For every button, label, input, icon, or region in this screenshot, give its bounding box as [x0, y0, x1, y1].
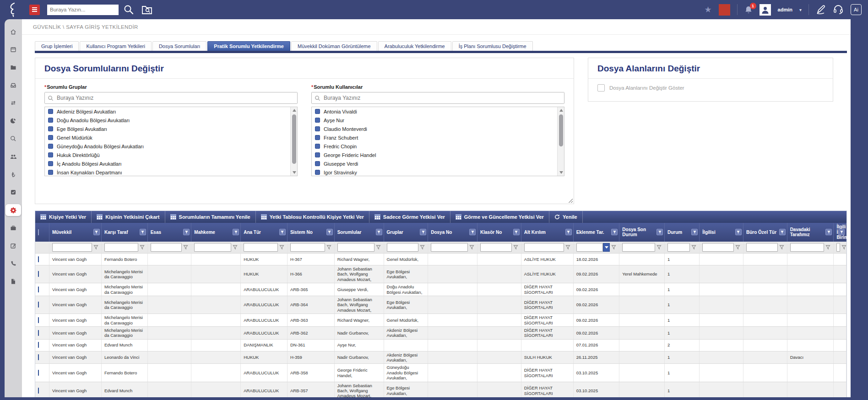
sidebar-item-inbox[interactable] [6, 79, 20, 91]
column-header[interactable]: İlgilisi [700, 223, 743, 242]
table-row[interactable]: Vincent van GoghFernando BoteroHUKUKH-36… [35, 254, 846, 265]
item-checkbox[interactable] [315, 118, 320, 123]
folder-search-icon[interactable] [141, 5, 152, 15]
funnel-icon[interactable] [735, 245, 740, 250]
column-filter-input[interactable] [836, 243, 840, 252]
list-item[interactable]: Akdeniz Bölgesi Avukatları [45, 107, 290, 116]
column-header[interactable]: Durum [665, 223, 700, 242]
list-item[interactable]: Doğu Anadolu Bölgesi Avukatları [45, 116, 290, 124]
row-checkbox[interactable] [38, 342, 39, 348]
star-icon[interactable]: ★ [704, 5, 711, 15]
list-item[interactable]: Fredric Chopin [312, 142, 557, 151]
table-row[interactable]: Vincent van GoghEdvard MunchDANIŞMANLIKD… [35, 339, 846, 351]
column-filter-icon[interactable] [326, 229, 333, 235]
scroll-thumb[interactable] [559, 114, 563, 146]
list-item[interactable]: Ege Bölgesi Avukatları [45, 124, 290, 133]
username[interactable]: admin [778, 7, 792, 12]
funnel-icon[interactable] [376, 245, 381, 250]
table-row[interactable]: Vincent van GoghFernando BoteroARABULUCU… [35, 364, 846, 382]
chevron-down-icon[interactable]: ▾ [799, 7, 802, 12]
show-change-file-fields-checkbox[interactable] [597, 84, 605, 92]
sidebar-item-document[interactable] [6, 276, 20, 287]
column-filter-icon[interactable] [93, 229, 100, 235]
global-search-input[interactable] [47, 5, 119, 15]
support-headset-icon[interactable] [833, 4, 844, 15]
column-filter-input[interactable] [746, 243, 778, 252]
funnel-icon[interactable] [691, 245, 696, 250]
list-item[interactable]: Igor Stravinsky [312, 168, 557, 176]
funnel-icon[interactable] [469, 245, 474, 250]
funnel-icon[interactable] [611, 245, 616, 250]
sidebar-item-briefcase[interactable] [6, 222, 20, 234]
avatar[interactable] [760, 4, 771, 16]
scrollbar[interactable] [290, 107, 297, 176]
tab-kullanıcı-program-yetkileri[interactable]: Kullanıcı Program Yetkileri [80, 41, 151, 51]
column-filter-input[interactable] [194, 243, 231, 252]
item-checkbox[interactable] [315, 109, 320, 114]
funnel-icon[interactable] [841, 245, 846, 250]
list-item[interactable]: Claudio Monteverdi [312, 124, 557, 133]
column-header[interactable]: Esas [147, 223, 191, 242]
column-filter-icon[interactable] [513, 229, 520, 235]
funnel-icon[interactable] [565, 245, 570, 250]
row-checkbox[interactable] [38, 370, 39, 376]
column-filter-input[interactable] [576, 243, 603, 252]
list-item[interactable]: Hukuk Direktörlüğü [45, 151, 290, 159]
column-filter-icon[interactable] [233, 229, 239, 235]
funnel-icon[interactable] [279, 245, 284, 250]
tab-i-ş-planı-sorumlusu-değiştirme[interactable]: İş Planı Sorumlusu Değiştirme [452, 41, 533, 51]
tab-dosya-sorumluları[interactable]: Dosya Sorumluları [152, 41, 206, 51]
menu-button[interactable] [29, 5, 40, 15]
column-header[interactable]: Gruplar [384, 223, 428, 242]
row-checkbox[interactable] [38, 330, 39, 336]
sidebar-item-search[interactable] [6, 133, 20, 145]
toolbar-button-sorumluların-tamamını-yenile[interactable]: Sorumluların Tamamını Yenile [165, 211, 256, 223]
funnel-icon[interactable] [183, 245, 188, 250]
item-checkbox[interactable] [315, 161, 320, 166]
funnel-icon[interactable] [140, 245, 145, 250]
list-item[interactable]: Franz Schubert [312, 133, 557, 142]
list-item[interactable]: Giuseppe Verdi [312, 159, 557, 168]
scroll-up-icon[interactable] [291, 107, 298, 114]
toolbar-button-kişinin-yetkisini-çıkart[interactable]: Kişinin Yetkisini Çıkart [92, 211, 165, 223]
sidebar-item-home[interactable] [6, 26, 20, 38]
toolbar-button-kişiye-yetki-ver[interactable]: Kişiye Yetki Ver [35, 211, 92, 223]
column-filter-input[interactable] [387, 243, 419, 252]
column-filter-icon[interactable] [735, 229, 742, 235]
scroll-thumb[interactable] [292, 114, 296, 164]
tab-arabuluculuk-yetkilendirme[interactable]: Arabuluculuk Yetkilendirme [378, 41, 451, 51]
scrollbar[interactable] [557, 107, 564, 176]
item-checkbox[interactable] [315, 144, 320, 149]
red-tile[interactable] [719, 4, 730, 16]
column-filter-input[interactable] [480, 243, 512, 252]
column-filter-input[interactable] [524, 243, 564, 252]
toolbar-button-sadece-görme-yetkisi-ver[interactable]: Sadece Görme Yetkisi Ver [369, 211, 450, 223]
row-checkbox[interactable] [38, 388, 39, 394]
item-checkbox[interactable] [315, 126, 320, 131]
item-checkbox[interactable] [315, 170, 320, 175]
sidebar-item-users[interactable] [6, 151, 20, 162]
column-filter-icon[interactable] [838, 229, 845, 235]
toolbar-button-görme-ve-güncelleme-yetkisi-ver[interactable]: Görme ve Güncelleme Yetkisi Ver [450, 211, 549, 223]
item-checkbox[interactable] [48, 161, 53, 166]
column-header[interactable]: Eklenme Tar. [573, 223, 619, 242]
list-item[interactable]: George Frideric Handel [312, 151, 557, 159]
item-checkbox[interactable] [48, 118, 53, 123]
column-filter-icon[interactable] [279, 229, 286, 235]
sidebar-item-settings[interactable] [5, 204, 21, 216]
sidebar-item-lira[interactable] [6, 168, 20, 180]
column-filter-input[interactable] [337, 243, 374, 252]
pen-icon[interactable] [816, 5, 826, 15]
column-filter-icon[interactable] [140, 229, 146, 235]
toolbar-button-yetki-tablosu-kontrollü-kişiye-yetki-ver[interactable]: Yetki Tablosu Kontrollü Kişiye Yetki Ver [256, 211, 369, 223]
list-item[interactable]: Ayşe Nur [312, 116, 557, 124]
item-checkbox[interactable] [48, 152, 53, 157]
scroll-down-icon[interactable] [291, 169, 298, 176]
column-filter-input[interactable] [667, 243, 690, 252]
item-checkbox[interactable] [48, 144, 53, 149]
date-dropdown-button[interactable] [603, 243, 610, 252]
funnel-icon[interactable] [93, 245, 98, 250]
sidebar-item-tasks[interactable] [6, 186, 20, 198]
funnel-icon[interactable] [825, 245, 830, 250]
ai-button[interactable]: Ai [851, 4, 862, 15]
